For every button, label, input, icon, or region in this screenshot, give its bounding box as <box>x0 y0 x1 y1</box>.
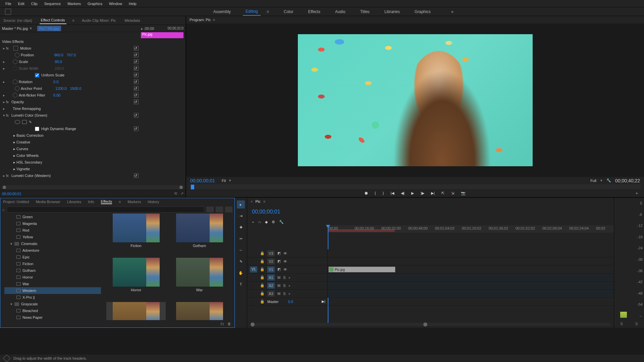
chevron-down-icon[interactable]: ▾ <box>28 26 34 31</box>
source-patch[interactable]: V1 <box>250 266 257 273</box>
track-master[interactable] <box>328 298 614 306</box>
preset-item[interactable]: X-Pro || <box>22 295 35 299</box>
preset-thumb[interactable]: Gotham <box>170 214 229 254</box>
solo-button[interactable]: S <box>283 276 285 280</box>
hdr-checkbox[interactable] <box>35 127 39 131</box>
reset-icon[interactable]: ↺ <box>134 100 139 104</box>
tab-effect-controls-menu-icon[interactable]: ≡ <box>72 18 74 22</box>
lumetri-creative[interactable]: Creative <box>16 140 30 144</box>
extract-icon[interactable]: ⇲ <box>451 191 454 195</box>
reset-icon[interactable]: ↺ <box>134 173 139 178</box>
preset-thumb-selected[interactable]: Western <box>106 302 166 320</box>
motion-effect[interactable]: Motion <box>20 46 31 50</box>
track-header-area[interactable]: 🔒V3◩👁 🔒V2◩👁 V1🔒V1◩👁 🔒A1MS● 🔒A2MS● 🔒A3MS●… <box>247 225 328 321</box>
preset-item-selected[interactable]: Western <box>22 289 36 293</box>
tab-libraries[interactable]: Libraries <box>67 200 81 204</box>
ws-overflow-icon[interactable]: » <box>448 8 456 15</box>
timeline-tracks-area[interactable]: ;00;00 00;00;16;00 00;00;32;00 00;00;48;… <box>328 225 614 321</box>
fx-badge-filter-icon[interactable] <box>225 206 232 213</box>
lumetri-green-effect[interactable]: Lumetri Color (Green) <box>11 113 47 117</box>
tab-history[interactable]: History <box>148 200 159 204</box>
preset-thumb[interactable]: X-Pro || <box>170 302 229 320</box>
antiflicker-value[interactable]: 0.00 <box>53 93 60 97</box>
lumetri-curves[interactable]: Curves <box>16 147 28 151</box>
tab-effects-menu-icon[interactable]: ≡ <box>119 200 121 204</box>
track-target[interactable]: V3 <box>267 250 275 256</box>
reset-icon[interactable]: ↺ <box>134 86 139 91</box>
reset-icon[interactable]: ↺ <box>134 113 139 118</box>
rotation-value[interactable]: 0.0 <box>53 80 58 84</box>
chevron-down-icon[interactable]: ▾ <box>600 178 602 183</box>
lock-icon[interactable]: 🔒 <box>260 283 265 288</box>
program-tab[interactable]: Program: Pic <box>190 18 211 22</box>
timeline-timecode[interactable]: 00;00;00;01 <box>252 209 280 215</box>
track-select-tool-icon[interactable]: ⇥ <box>237 212 245 220</box>
twirl-icon[interactable]: ▸ <box>13 154 15 158</box>
reset-icon[interactable]: ↺ <box>134 93 139 98</box>
keyframe-toggle[interactable] <box>15 53 19 57</box>
ec-pin-icon[interactable]: ⟲ <box>174 191 177 196</box>
mute-button[interactable]: M <box>277 292 280 296</box>
preset-item[interactable]: Epic <box>22 255 30 259</box>
mask-ellipse-icon[interactable] <box>15 120 20 124</box>
menu-markers[interactable]: Markers <box>64 1 84 6</box>
anchor-x[interactable]: 1200.0 <box>55 86 67 90</box>
timeremap-effect[interactable]: Time Remapping <box>13 107 41 111</box>
track-v1[interactable]: Pic.jpg <box>328 265 614 274</box>
keyframe-toggle[interactable] <box>13 79 17 84</box>
ws-audio[interactable]: Audio <box>332 8 348 15</box>
track-v3[interactable] <box>328 249 614 257</box>
fx-badge[interactable]: fx <box>6 114 11 117</box>
playhead-icon[interactable] <box>191 185 194 189</box>
track-a1[interactable] <box>328 274 614 282</box>
mask-pen-icon[interactable]: ✎ <box>29 120 32 124</box>
twirl-icon[interactable]: ▾ <box>10 302 12 306</box>
eye-icon[interactable]: 👁 <box>283 259 287 263</box>
step-back-icon[interactable]: ◀| <box>401 191 405 195</box>
timeline-clip[interactable]: Pic.jpg <box>328 266 395 273</box>
ws-editing-menu-icon[interactable]: ≡ <box>264 8 272 15</box>
lumetri-western-effect[interactable]: Lumetri Color (Western) <box>11 174 51 178</box>
program-timecode[interactable]: 00;00;00;01 <box>190 178 215 183</box>
program-tab-menu-icon[interactable]: ≡ <box>213 18 215 22</box>
preset-item[interactable]: News Paper <box>22 315 43 319</box>
fx-badge[interactable]: fx <box>6 174 11 178</box>
position-y[interactable]: 707.0 <box>67 53 76 57</box>
lock-icon[interactable]: 🔒 <box>260 299 265 304</box>
add-marker-icon[interactable]: ◆ <box>265 220 268 224</box>
settings-icon[interactable]: 🔧 <box>606 178 611 183</box>
solo-left[interactable]: S <box>621 322 623 326</box>
resolution-dropdown[interactable]: Full <box>590 179 596 183</box>
menu-edit[interactable]: Edit <box>15 1 28 6</box>
motion-direct-icon[interactable] <box>13 46 18 51</box>
sequence-tab[interactable]: Pic <box>255 199 260 203</box>
twirl-icon[interactable]: ▸ <box>13 133 15 138</box>
preset-thumb[interactable]: War <box>170 258 229 298</box>
ec-export-icon[interactable]: ↗ <box>180 191 183 196</box>
export-frame-icon[interactable]: 📷 <box>461 191 466 195</box>
toggle-output-icon[interactable]: ◩ <box>277 267 281 272</box>
timeline-wrench-icon[interactable]: 🔧 <box>279 220 284 224</box>
lock-icon[interactable]: 🔒 <box>260 251 265 255</box>
ec-zoom-handle[interactable] <box>179 186 183 189</box>
reset-icon[interactable]: ↺ <box>134 46 139 51</box>
tab-media-browser[interactable]: Media Browser <box>36 200 60 204</box>
fx-badge[interactable]: fx <box>6 47 11 50</box>
track-target[interactable]: A3 <box>267 291 275 297</box>
toggle-output-icon[interactable]: ◩ <box>277 251 281 255</box>
tab-menu-icon[interactable]: ≡ <box>263 199 265 203</box>
tab-audio-mixer[interactable]: Audio Clip Mixer: Pic <box>80 17 117 24</box>
twirl-icon[interactable]: ▸ <box>2 93 6 98</box>
reset-icon[interactable]: ↺ <box>134 73 139 77</box>
menu-file[interactable]: File <box>2 1 15 6</box>
selection-tool-icon[interactable]: ▸ <box>237 200 245 208</box>
preset-item[interactable]: Adventure <box>22 248 39 252</box>
lumetri-colorwheels[interactable]: Color Wheels <box>16 154 39 158</box>
solo-button[interactable]: S <box>283 284 285 288</box>
lumetri-hsl[interactable]: HSL Secondary <box>16 160 42 164</box>
track-target[interactable]: V2 <box>267 258 275 264</box>
snap-icon[interactable]: ⌁ <box>252 220 254 224</box>
play-out-icon[interactable]: ▶| <box>322 299 325 304</box>
reset-icon[interactable]: ↺ <box>134 126 139 131</box>
reset-icon[interactable]: ↺ <box>134 66 139 71</box>
